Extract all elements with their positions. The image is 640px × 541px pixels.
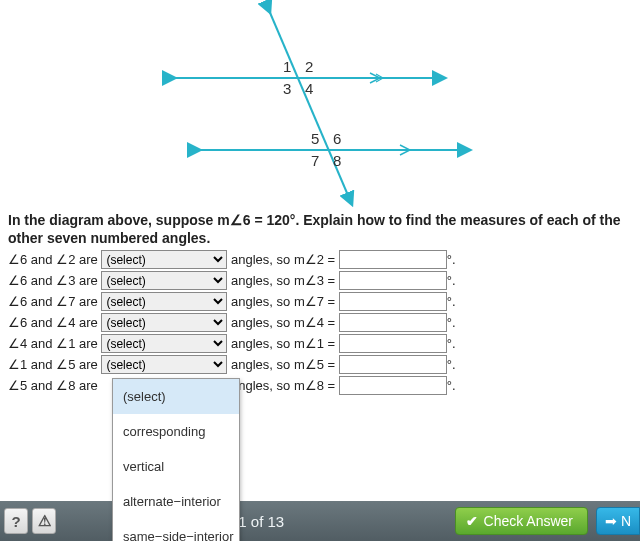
dropdown-option-vertical[interactable]: vertical [113,449,239,484]
help-button[interactable]: ? [4,508,28,534]
measure-input-8[interactable] [339,376,447,395]
pair-label: ∠6 and ∠4 are [8,315,101,330]
dropdown-option-select[interactable]: (select) [113,379,239,414]
angle-label-6: 6 [333,130,341,147]
relation-select-2[interactable]: (select) [101,250,227,269]
warn-button[interactable]: ⚠ [32,508,56,534]
pair-label: ∠5 and ∠8 are [8,378,101,393]
row-angle-3: ∠6 and ∠3 are (select) angles, so m∠3 = … [8,270,632,291]
degree-suffix: °. [447,336,456,351]
arrow-right-icon: ➡ [605,513,617,529]
relation-dropdown-open[interactable]: (select) corresponding vertical alternat… [112,378,240,541]
measure-input-5[interactable] [339,355,447,374]
measure-input-3[interactable] [339,271,447,290]
pair-label: ∠6 and ∠7 are [8,294,101,309]
degree-suffix: °. [447,315,456,330]
pair-label: ∠6 and ∠3 are [8,273,101,288]
check-label: Check Answer [484,513,573,529]
row-angle-2: ∠6 and ∠2 are (select) angles, so m∠2 = … [8,249,632,270]
relation-select-3[interactable]: (select) [101,271,227,290]
degree-suffix: °. [447,252,456,267]
dropdown-option-corresponding[interactable]: corresponding [113,414,239,449]
dropdown-option-alternate-interior[interactable]: alternate−interior [113,484,239,519]
warn-icon: ⚠ [38,512,51,530]
row-angle-1: ∠4 and ∠1 are (select) angles, so m∠1 = … [8,333,632,354]
angle-label-3: 3 [283,80,291,97]
pair-label: ∠6 and ∠2 are [8,252,101,267]
mid-label: angles, so m∠8 = [227,378,338,393]
footer-bar: ? ⚠ 11 of 13 ✔ Check Answer ➡ N [0,501,640,541]
degree-suffix: °. [447,273,456,288]
angle-label-5: 5 [311,130,319,147]
angle-label-8: 8 [333,152,341,169]
dropdown-option-same-side-interior[interactable]: same−side−interior [113,519,239,541]
angle-label-7: 7 [311,152,319,169]
measure-input-7[interactable] [339,292,447,311]
angle-label-4: 4 [305,80,313,97]
angle-label-2: 2 [305,58,313,75]
degree-suffix: °. [447,294,456,309]
mid-label: angles, so m∠5 = [227,357,338,372]
mid-label: angles, so m∠7 = [227,294,338,309]
degree-suffix: °. [447,357,456,372]
mid-label: angles, so m∠1 = [227,336,338,351]
svg-line-3 [268,8,350,200]
row-angle-7: ∠6 and ∠7 are (select) angles, so m∠7 = … [8,291,632,312]
row-angle-8: ∠5 and ∠8 are angles, so m∠8 = °. [8,375,632,396]
answer-rows: ∠6 and ∠2 are (select) angles, so m∠2 = … [0,247,640,396]
measure-input-4[interactable] [339,313,447,332]
degree-suffix: °. [447,378,456,393]
measure-input-2[interactable] [339,250,447,269]
next-label: N [621,513,631,529]
relation-select-5[interactable]: (select) [101,355,227,374]
angle-label-1: 1 [283,58,291,75]
row-angle-4: ∠6 and ∠4 are (select) angles, so m∠4 = … [8,312,632,333]
check-icon: ✔ [466,513,478,529]
relation-select-7[interactable]: (select) [101,292,227,311]
mid-label: angles, so m∠2 = [227,252,338,267]
row-angle-5: ∠1 and ∠5 are (select) angles, so m∠5 = … [8,354,632,375]
relation-select-4[interactable]: (select) [101,313,227,332]
measure-input-1[interactable] [339,334,447,353]
mid-label: angles, so m∠4 = [227,315,338,330]
relation-select-1[interactable]: (select) [101,334,227,353]
mid-label: angles, so m∠3 = [227,273,338,288]
pair-label: ∠1 and ∠5 are [8,357,101,372]
transversal-diagram: 1 2 3 4 5 6 7 8 [0,0,640,210]
pair-label: ∠4 and ∠1 are [8,336,101,351]
instructions-text: In the diagram above, suppose m∠6 = 120°… [0,212,640,247]
check-answer-button[interactable]: ✔ Check Answer [455,507,588,535]
next-button[interactable]: ➡ N [596,507,640,535]
